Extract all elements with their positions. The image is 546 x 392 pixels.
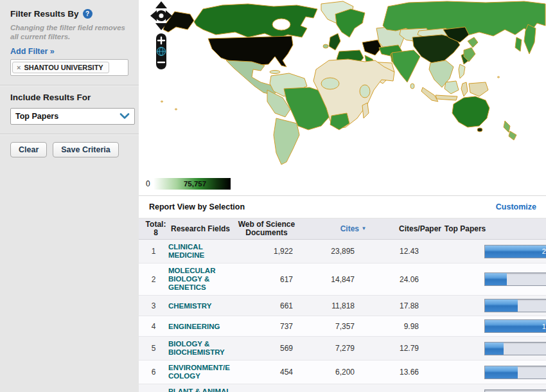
wos-documents-value: 617	[233, 263, 301, 296]
map-region-sumatra[interactable]	[421, 87, 438, 102]
map-region-java[interactable]	[436, 95, 457, 100]
field-link[interactable]: PLANT & ANIMAL SCIENCE	[168, 388, 231, 392]
filter-chip[interactable]: × SHANTOU UNIVERSITY	[12, 62, 109, 73]
top-papers-value: 20	[542, 247, 546, 255]
pan-up-button[interactable]	[155, 1, 167, 8]
field-link[interactable]: MOLECULAR BIOLOGY & GENETICS	[168, 267, 215, 292]
map-region-australia[interactable]	[452, 96, 489, 127]
map-region-east-africa[interactable]	[360, 85, 370, 98]
top-papers-bar: 5	[484, 342, 546, 355]
map-region-united-kingdom[interactable]	[329, 33, 340, 50]
column-header-total: Total: 8	[139, 218, 168, 240]
top-papers-bar: 0	[484, 389, 546, 392]
row-rank: 1	[139, 240, 168, 263]
cites-value: 7,357	[301, 316, 360, 337]
report-header: Report View by Selection Customize	[139, 196, 546, 218]
filter-input-box[interactable]: × SHANTOU UNIVERSITY	[10, 59, 128, 76]
include-results-label: Include Results For	[10, 93, 130, 102]
globe-icon[interactable]	[157, 48, 166, 56]
map-island-dot	[175, 109, 177, 110]
map-legend: 0 75,757	[139, 172, 546, 196]
pan-down-button[interactable]	[155, 23, 167, 30]
cites-per-paper-value: 24.06	[360, 263, 427, 296]
field-link[interactable]: BIOLOGY & BIOCHEMISTRY	[168, 340, 225, 357]
wos-documents-value: 737	[233, 316, 301, 337]
filter-results-title: Filter Results By	[10, 9, 79, 19]
field-link[interactable]: ENVIRONMENT/E COLOGY	[168, 364, 230, 380]
map-region-india[interactable]	[392, 50, 420, 82]
map-region-sri-lanka[interactable]	[410, 84, 414, 89]
filter-chip-label: SHANTOU UNIVERSITY	[24, 64, 103, 71]
map-island-dot	[161, 101, 163, 102]
customize-link[interactable]: Customize	[496, 202, 536, 211]
column-header-cites[interactable]: Cites ▼	[301, 218, 360, 240]
legend-max-value: 75,757	[184, 180, 206, 188]
top-papers-bar: 20	[484, 245, 546, 258]
row-rank: 6	[139, 361, 168, 384]
map-region-ireland[interactable]	[323, 44, 328, 48]
map-region-new-zealand-south[interactable]	[509, 131, 516, 140]
map-region-argentina[interactable]	[274, 118, 299, 165]
results-for-dropdown[interactable]: Top Papers	[10, 108, 135, 125]
column-header-wos-documents: Web of Science Documents	[233, 218, 301, 240]
map-region-philippines[interactable]	[459, 64, 465, 78]
wos-documents-value: 569	[233, 337, 301, 361]
map-region-tasmania[interactable]	[477, 128, 482, 132]
map-region-cuba[interactable]	[270, 71, 280, 74]
cites-value: 6,200	[301, 361, 360, 384]
sort-desc-icon: ▼	[361, 226, 366, 231]
add-filter-link[interactable]: Add Filter »	[10, 47, 130, 56]
map-hudson-bay	[272, 19, 290, 30]
row-rank: 2	[139, 263, 168, 296]
cites-value: 7,279	[301, 337, 360, 361]
world-map	[139, 0, 546, 172]
map-region-sulawesi[interactable]	[461, 82, 468, 96]
table-row: 1 CLINICAL MEDICINE 1,922 23,895 12.43 2…	[139, 240, 546, 263]
field-link[interactable]: ENGINEERING	[168, 323, 220, 331]
map-region-canada[interactable]	[194, 4, 317, 39]
map-region-mexico[interactable]	[226, 60, 277, 95]
clear-button[interactable]: Clear	[10, 142, 47, 157]
column-header-research-fields: Research Fields	[168, 218, 233, 240]
cites-per-paper-value: 12.43	[360, 240, 427, 263]
map-region-madagascar[interactable]	[362, 103, 369, 118]
table-row: 4 ENGINEERING 737 7,357 9.98 18	[139, 316, 546, 337]
map-region-borneo[interactable]	[445, 81, 459, 94]
map-region-japan[interactable]	[468, 37, 478, 48]
map-navigation-control	[149, 1, 173, 73]
help-icon[interactable]: ?	[83, 9, 92, 19]
map-region-west-africa[interactable]	[321, 78, 339, 89]
field-link[interactable]: CHEMISTRY	[168, 302, 211, 310]
column-header-top-papers: Top Papers	[427, 218, 546, 240]
cites-per-paper-value: 12.79	[360, 337, 427, 361]
row-rank: 3	[139, 296, 168, 316]
map-region-sakhalin[interactable]	[515, 37, 522, 51]
filter-sidebar: Filter Results By ? Changing the filter …	[0, 0, 139, 392]
row-rank: 4	[139, 316, 168, 337]
table-row: 5 BIOLOGY & BIOCHEMISTRY 569 7,279 12.79…	[139, 337, 546, 361]
cites-value: 11,818	[301, 296, 360, 316]
cites-per-paper-value: 9.98	[360, 316, 427, 337]
map-region-scandinavia[interactable]	[335, 9, 365, 37]
table-row: 6 ENVIRONMENT/E COLOGY 454 6,200 13.66 9	[139, 361, 546, 384]
chip-remove-icon[interactable]: ×	[17, 64, 21, 71]
esi-app: { "sidebar": { "title": "Filter Results …	[0, 0, 546, 392]
map-region-new-zealand-north[interactable]	[504, 121, 510, 132]
dropdown-selected-value: Top Papers	[15, 112, 58, 121]
map-region-new-guinea[interactable]	[469, 82, 488, 96]
main-content: 0 75,757 Report View by Selection Custom…	[139, 0, 546, 392]
wos-documents-value: 1,922	[233, 240, 301, 263]
field-link[interactable]: CLINICAL MEDICINE	[168, 243, 204, 260]
row-rank: 7	[139, 384, 168, 392]
top-papers-bar: 9	[484, 366, 546, 379]
map-region-south-africa[interactable]	[330, 113, 349, 130]
cites-per-paper-value: 17.88	[360, 296, 427, 316]
pan-center-dot	[159, 13, 164, 18]
table-row: 7 PLANT & ANIMAL SCIENCE 350 3,169 9.05 …	[139, 384, 546, 392]
top-papers-bar: 9	[484, 299, 546, 312]
table-row: 2 MOLECULAR BIOLOGY & GENETICS 617 14,84…	[139, 263, 546, 296]
map-island-dot	[498, 76, 500, 78]
cites-per-paper-value: 9.05	[360, 384, 427, 392]
save-criteria-button[interactable]: Save Criteria	[53, 142, 118, 157]
table-row: 3 CHEMISTRY 661 11,818 17.88 9	[139, 296, 546, 316]
